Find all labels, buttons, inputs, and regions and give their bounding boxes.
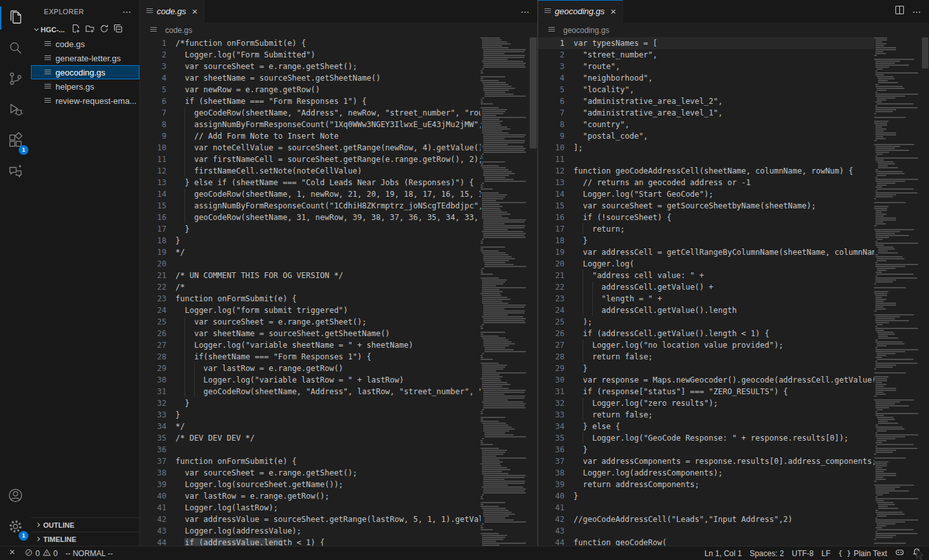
split-editor-icon[interactable] — [895, 5, 904, 17]
code-line[interactable]: 12function geoCodeAddressCell(sheetName,… — [538, 165, 874, 177]
code-line[interactable]: 28 return false; — [538, 351, 874, 363]
code-line[interactable]: 3 var sourceSheet = e.range.getSheet(); — [140, 61, 481, 72]
code-line[interactable]: 30 Logger.log("variable lastRow = " + la… — [140, 374, 481, 386]
problems-indicator[interactable]: 0 0 — [21, 546, 61, 560]
code-line[interactable]: 14 geoCodeRow(sheetName, 1, newRow, 21, … — [140, 188, 481, 200]
collapse-all-icon[interactable] — [114, 24, 123, 36]
code-line[interactable]: 16 geoCodeRow(sheetName, 31, newRow, 39,… — [140, 212, 481, 223]
code-line[interactable]: 41 Logger.log(lastRow); — [140, 502, 481, 514]
new-folder-icon[interactable] — [85, 24, 95, 36]
code-line[interactable]: 17 } — [140, 223, 481, 235]
code-line[interactable]: 17 return; — [538, 223, 874, 235]
code-line[interactable]: 20 — [140, 258, 481, 270]
code-line[interactable]: 44 if (addressValue.length < 1) { — [140, 537, 481, 546]
code-line[interactable]: 32 Logger.log("zero results"); — [538, 397, 874, 409]
code-line[interactable]: 42//geoCodeAddressCell("Leads","Input Ad… — [538, 514, 874, 525]
code-line[interactable]: 35/* DEV DEV DEV */ — [140, 432, 481, 444]
scrollbar-1[interactable] — [529, 37, 537, 546]
sidebar-item-run-debug[interactable] — [0, 95, 31, 126]
explorer-more-icon[interactable]: ⋯ — [123, 6, 132, 17]
indentation-setting[interactable]: Spaces: 2 — [746, 546, 788, 560]
code-line[interactable]: 2 Logger.log("Form Submitted") — [140, 49, 481, 61]
eol-setting[interactable]: LF — [817, 546, 834, 560]
code-line[interactable]: 16 if (!sourceSheet) { — [538, 212, 874, 223]
minimap-2[interactable] — [874, 37, 921, 546]
sidebar-item-chat[interactable] — [0, 157, 31, 188]
code-line[interactable]: 32 } — [140, 397, 481, 409]
code-line[interactable]: 21/* UN COMMENT THIS FOR OG VERSION */ — [140, 270, 481, 281]
cursor-position[interactable]: Ln 1, Col 1 — [701, 546, 746, 560]
code-line[interactable]: 24 Logger.log("form submit triggered") — [140, 305, 481, 316]
code-line[interactable]: 10 var noteCellValue = sourceSheet.getRa… — [140, 142, 481, 154]
code-line[interactable]: 6 "administrative_area_level_2", — [538, 95, 874, 107]
code-line[interactable]: 19 var addressCell = getCellRangeByColum… — [538, 246, 874, 258]
code-line[interactable]: 7 geoCodeRow(sheetName, "Address", newRo… — [140, 107, 481, 119]
language-mode[interactable]: { } Plain Text — [834, 546, 891, 560]
code-line[interactable]: 31 geoCodeRow(sheetName, "Address", last… — [140, 386, 481, 397]
sidebar-item-source-control[interactable] — [0, 65, 31, 95]
sidebar-item-explorer[interactable] — [0, 3, 31, 34]
file-item-0[interactable]: code.gs — [31, 37, 139, 51]
code-line[interactable]: 7 "administrative_area_level_1", — [538, 107, 874, 119]
breadcrumb[interactable]: code.gs — [140, 23, 537, 37]
code-line[interactable]: 6 if (sheetName === "Form Responses 1") … — [140, 95, 481, 107]
code-line[interactable]: 19*/ — [140, 246, 481, 258]
code-line[interactable]: 8 "country", — [538, 119, 874, 130]
settings-button[interactable]: 1 — [0, 512, 31, 543]
encoding-setting[interactable]: UTF-8 — [788, 546, 817, 560]
code-line[interactable]: 26 if (addressCell.getValue().length < 1… — [538, 328, 874, 339]
code-line[interactable]: 5 "locality", — [538, 84, 874, 95]
code-line[interactable]: 12 firstNameCell.setNote(noteCellValue) — [140, 165, 481, 177]
code-line[interactable]: 33} — [140, 409, 481, 421]
folder-row[interactable]: HGC-... — [31, 23, 139, 37]
code-line[interactable]: 22/* — [140, 281, 481, 293]
code-line[interactable]: 36 } — [538, 444, 874, 455]
scrollbar-slider[interactable] — [922, 37, 928, 68]
sidebar-item-extensions[interactable]: 1 — [0, 126, 31, 157]
code-line[interactable]: 40} — [538, 490, 874, 502]
code-line[interactable]: 11 — [538, 154, 874, 165]
minimap-1[interactable] — [481, 37, 529, 546]
code-line[interactable]: 1var typesNames = [ — [538, 37, 874, 49]
code-line[interactable]: 20 Logger.log( — [538, 258, 874, 270]
code-line[interactable]: 29 var lastRow = e.range.getRow() — [140, 363, 481, 374]
code-line[interactable]: 18} — [140, 235, 481, 246]
code-line[interactable]: 25 var sourceSheet = e.range.getSheet(); — [140, 316, 481, 328]
code-line[interactable]: 36 — [140, 444, 481, 455]
code-line[interactable]: 41 — [538, 502, 874, 514]
code-line[interactable]: 24 addressCell.getValue().length — [538, 305, 874, 316]
code-line[interactable]: 43 Logger.log(addressValue); — [140, 525, 481, 537]
remote-indicator[interactable] — [4, 546, 21, 560]
file-item-4[interactable]: review-request-ema... — [31, 94, 139, 108]
breadcrumb[interactable]: geocoding.gs — [538, 23, 929, 37]
code-line[interactable]: 23 "length = " + — [538, 293, 874, 305]
code-line[interactable]: 33 return false; — [538, 409, 874, 421]
code-line[interactable]: 37function onFormSubmit(e) { — [140, 455, 481, 467]
code-area-2[interactable]: 1var typesNames = [2 "street_number",3 "… — [538, 37, 874, 546]
code-line[interactable]: 42 var addressValue = sourceSheet.getRan… — [140, 514, 481, 525]
outline-section[interactable]: OUTLINE — [31, 517, 139, 532]
code-line[interactable]: 31 if (response["status"] === "ZERO_RESU… — [538, 386, 874, 397]
code-line[interactable]: 3 "route", — [538, 61, 874, 72]
copilot-status[interactable] — [891, 546, 908, 560]
code-line[interactable]: 9 // Add Form Note to Insert Note — [140, 130, 481, 142]
code-line[interactable]: 1/*function onFormSubmit(e) { — [140, 37, 481, 49]
code-line[interactable]: 35 Logger.log("GeoCode Response: " + res… — [538, 432, 874, 444]
code-line[interactable]: 13 // returns an geocoded address or -1 — [538, 177, 874, 188]
code-line[interactable]: 37 var addressComponents = response.resu… — [538, 455, 874, 467]
code-area-1[interactable]: 1/*function onFormSubmit(e) {2 Logger.lo… — [140, 37, 481, 546]
code-line[interactable]: 21 "address cell value: " + — [538, 270, 874, 281]
tab-geocoding-gs[interactable]: geocoding.gs × — [538, 0, 623, 23]
code-line[interactable]: 43 — [538, 525, 874, 537]
code-line[interactable]: 11 var firstNameCell = sourceSheet.getRa… — [140, 154, 481, 165]
file-item-1[interactable]: generate-letter.gs — [31, 51, 139, 65]
code-line[interactable]: 14 Logger.log("Start GeoCode"); — [538, 188, 874, 200]
file-item-3[interactable]: helpers.gs — [31, 79, 139, 94]
code-line[interactable]: 15 var sourceSheet = getSourceSheetbyNam… — [538, 200, 874, 212]
code-line[interactable]: 39 return addressComponents; — [538, 479, 874, 490]
code-line[interactable]: 34 } else { — [538, 421, 874, 432]
vim-mode-indicator[interactable]: -- NORMAL -- — [61, 546, 117, 560]
code-line[interactable]: 4 "neighborhood", — [538, 72, 874, 84]
notifications-bell[interactable] — [908, 546, 925, 560]
tab-code-gs[interactable]: code.gs × — [140, 0, 205, 23]
